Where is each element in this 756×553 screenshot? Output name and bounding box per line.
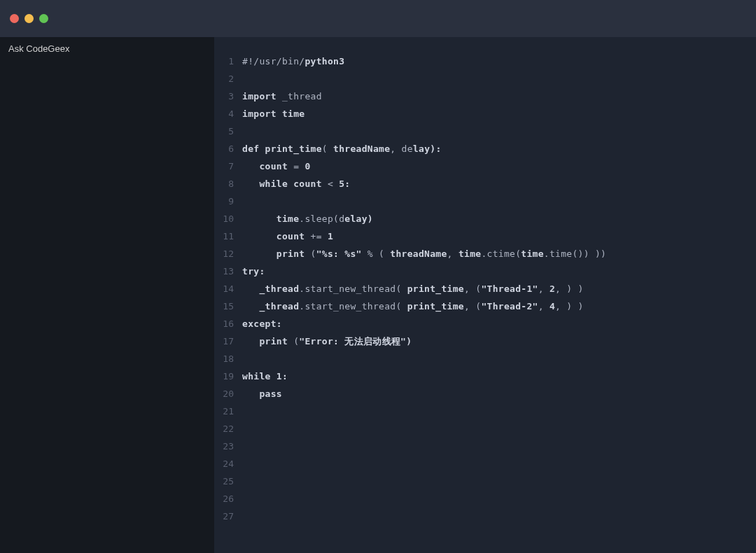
code-line[interactable]: def print_time( threadName, delay): [242,140,756,158]
line-number: 10 [214,210,241,227]
code-line[interactable]: import _thread [242,88,756,105]
titlebar [0,0,756,37]
line-number: 26 [214,490,241,507]
line-number: 1 [214,52,241,70]
code-line[interactable] [242,70,756,88]
line-number: 22 [214,420,241,438]
line-number: 7 [214,158,241,175]
line-number: 17 [214,332,241,350]
code-line[interactable]: import time [242,105,756,122]
line-number: 25 [214,472,241,490]
line-number: 20 [214,385,241,402]
line-number: 18 [214,350,241,368]
code-line[interactable]: _thread.start_new_thread( print_time, ("… [242,280,756,298]
line-number: 2 [214,70,241,88]
code-content[interactable]: #!/usr/bin/python3import _threadimport t… [241,37,756,553]
line-number: 19 [214,368,241,385]
code-line[interactable] [242,192,756,210]
code-line[interactable] [242,402,756,420]
maximize-icon[interactable] [39,14,48,23]
code-line[interactable] [242,420,756,438]
code-line[interactable]: print ("%s: %s" % ( threadName, time.cti… [242,245,756,262]
line-number: 23 [214,438,241,455]
sidebar: Ask CodeGeex [0,37,214,553]
line-number: 5 [214,122,241,140]
code-line[interactable]: print ("Error: 无法启动线程") [242,332,756,350]
line-number: 4 [214,105,241,122]
code-line[interactable] [242,455,756,472]
line-number: 12 [214,245,241,262]
code-line[interactable]: time.sleep(delay) [242,210,756,227]
code-line[interactable]: _thread.start_new_thread( print_time, ("… [242,298,756,315]
main-container: Ask CodeGeex 123456789101112131415161718… [0,37,756,553]
line-number: 16 [214,315,241,332]
code-line[interactable] [242,350,756,368]
code-line[interactable]: while 1: [242,368,756,385]
code-line[interactable] [242,490,756,507]
line-number-gutter: 1234567891011121314151617181920212223242… [214,37,241,553]
line-number: 24 [214,455,241,472]
line-number: 13 [214,262,241,280]
line-number: 8 [214,175,241,192]
traffic-lights [10,14,48,23]
code-line[interactable]: while count < 5: [242,175,756,192]
line-number: 9 [214,192,241,210]
code-line[interactable] [242,507,756,525]
code-line[interactable]: count = 0 [242,158,756,175]
code-line[interactable]: #!/usr/bin/python3 [242,52,756,70]
line-number: 3 [214,88,241,105]
line-number: 6 [214,140,241,158]
line-number: 21 [214,402,241,420]
close-icon[interactable] [10,14,19,23]
line-number: 27 [214,507,241,525]
line-number: 14 [214,280,241,298]
code-line[interactable]: pass [242,385,756,402]
code-line[interactable] [242,472,756,490]
code-line[interactable]: try: [242,262,756,280]
sidebar-tab-ask-codegeex[interactable]: Ask CodeGeex [0,37,214,60]
minimize-icon[interactable] [24,14,34,23]
code-line[interactable]: except: [242,315,756,332]
code-line[interactable] [242,122,756,140]
code-line[interactable]: count += 1 [242,227,756,245]
editor-area[interactable]: 1234567891011121314151617181920212223242… [214,37,756,553]
line-number: 15 [214,298,241,315]
code-line[interactable] [242,438,756,455]
line-number: 11 [214,227,241,245]
